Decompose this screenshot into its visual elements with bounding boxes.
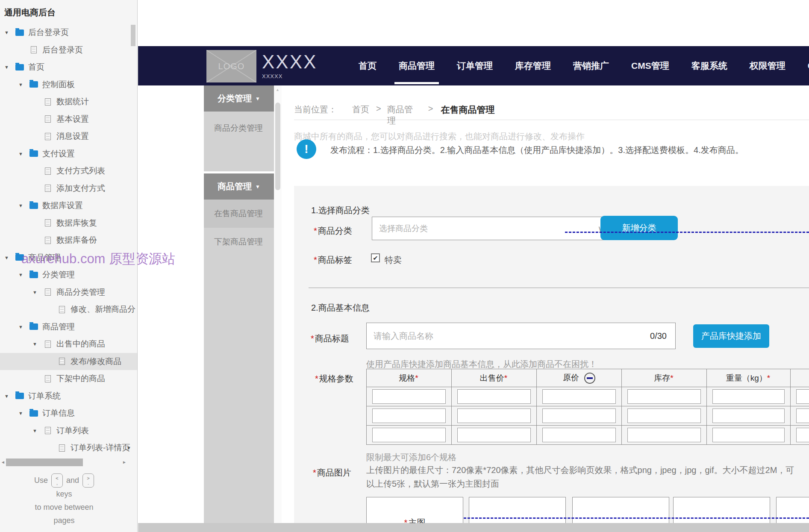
topnav-item[interactable]: 库存管理 [504,46,562,85]
sitemap-item[interactable]: ▼ 订单列表 [0,422,137,440]
topnav-item[interactable]: 权限管理 [738,46,797,85]
spec-cell-input[interactable] [457,428,531,442]
sitemap-item[interactable]: ▼ 商品分类管理 [0,284,137,301]
sitemap-item[interactable]: ▼ 数据库备份 [0,232,137,249]
spec-column-header: 重量（kg）* [707,369,791,387]
scrollbar-thumb[interactable] [6,459,83,466]
sitemap-item[interactable]: ▼ 后台登录页 [0,41,137,59]
remove-column-icon[interactable] [584,373,595,384]
spec-cell-input[interactable] [372,428,446,442]
expand-caret-icon[interactable]: ▼ [18,411,29,416]
expand-caret-icon[interactable]: ▼ [4,30,15,35]
scrollbar-thumb[interactable] [275,103,280,190]
sitemap-item[interactable]: ▼ 支付设置 [0,145,137,163]
sitemap-item[interactable]: ▼ 数据库恢复 [0,215,137,232]
image-upload-box[interactable] [776,497,809,523]
expand-caret-icon[interactable]: ▼ [18,203,29,208]
spec-cell-input[interactable] [542,389,616,404]
sitemap-item[interactable]: ▼ 分类管理 [0,266,137,284]
product-title-label: *商品标题 [311,333,349,344]
topnav-item[interactable]: 订单管理 [446,46,504,85]
spec-cell-input[interactable] [627,409,701,423]
breadcrumb-current: 在售商品管理 [441,104,494,116]
breadcrumb-category[interactable]: 商品管理 [387,104,416,126]
sitemap-item[interactable]: ▼ 订单信息 [0,405,137,422]
topnav-item[interactable]: CMS管理 [620,46,680,85]
image-upload-box[interactable] [673,497,770,523]
sitemap-item[interactable]: ▼ 消息设置 [0,128,137,145]
sitemap-item[interactable]: ▼ 基本设置 [0,111,137,128]
expand-caret-icon[interactable]: ▼ [4,65,15,70]
sitemap-horizontal-scrollbar[interactable]: ◄ ► [0,459,128,466]
expand-caret-icon[interactable]: ▼ [18,151,29,156]
spec-cell-input[interactable] [372,389,446,404]
sitemap-item[interactable]: ▼ 修改、新增商品分 [0,301,137,318]
spec-cell-input[interactable] [627,389,701,404]
sitemap-item[interactable]: ▼ 下架中的商品 [0,370,137,388]
subnav-scrollbar[interactable]: ▲ [274,85,282,523]
sitemap-item[interactable]: ▼ 发布/修改商品 [0,353,137,370]
tag-checkbox-label[interactable]: 特卖 [385,254,402,266]
sitemap-item[interactable]: ▼ 添加支付方式 [0,180,137,197]
subnav-item[interactable]: 商品分类管理 [204,112,274,145]
subnav-item[interactable]: 下架商品管理 [204,228,274,256]
sitemap-item[interactable]: ▼ 后台登录页 [0,24,137,41]
expand-caret-icon[interactable]: ▼ [4,255,15,260]
spec-cell-input[interactable] [712,409,785,423]
page-icon [45,185,51,192]
expand-caret-icon[interactable]: ▼ [18,324,29,329]
topnav-item[interactable]: 客服系统 [680,46,738,85]
category-select[interactable]: 选择商品分类 ∨ [372,217,611,240]
breadcrumb-home[interactable]: 首页 [352,104,369,115]
topnav-item[interactable]: 营销推广 [562,46,620,85]
spec-table: 规格* 出售价* 原价 库存* 重量（kg）* [366,369,809,445]
item-caret-icon[interactable]: ▼ [126,445,131,450]
spec-cell-input[interactable] [712,389,785,404]
tag-checkbox[interactable]: ✔ [371,253,380,262]
expand-caret-icon[interactable]: ▼ [32,341,44,347]
sitemap-tree: ▼ 后台登录页 ▼ 后台登录页 ▼ 首页 ▼ 控制面板 ▼ 数据统计 ▼ 基本设… [0,24,137,457]
spec-cell-input[interactable] [372,409,446,423]
scroll-right-icon[interactable]: ► [122,460,126,464]
sitemap-item[interactable]: ▼ 商品管理 [0,249,137,267]
subnav-group-header[interactable]: 商品管理 ▼ [204,173,274,200]
spec-cell-input[interactable] [712,428,785,442]
quick-add-button[interactable]: 产品库快捷添加 [693,324,769,348]
spec-cell-input[interactable] [796,428,809,442]
spec-cell-input[interactable] [542,428,616,442]
spec-cell-input[interactable] [457,409,531,423]
spec-cell-input[interactable] [627,428,701,442]
image-upload-box[interactable] [572,497,669,523]
expand-caret-icon[interactable]: ▼ [18,272,29,277]
spec-cell-input[interactable] [796,409,809,423]
sitemap-item[interactable]: ▼ 数据库设置 [0,197,137,215]
scroll-up-icon[interactable]: ▲ [276,88,279,92]
topnav-item[interactable]: 商品管理 [388,46,446,85]
spec-cell-input[interactable] [796,389,809,404]
sitemap-item[interactable]: ▼ 首页 [0,59,137,76]
sitemap-item[interactable]: ▼ 订单系统 [0,388,137,405]
sitemap-item[interactable]: ▼ 商品管理 [0,318,137,336]
spec-cell-input[interactable] [542,409,616,423]
sitemap-item[interactable]: ▼ 数据统计 [0,93,137,111]
subnav-item[interactable]: 在售商品管理 [204,200,274,228]
add-category-button[interactable]: 新增分类 [600,216,678,240]
topnav-item[interactable]: C [797,46,809,85]
sitemap-item[interactable]: ▼ 支付方式列表 [0,162,137,180]
image-upload-box[interactable]: *主图 [366,497,463,523]
sitemap-item[interactable]: ▼ 订单列表-详情页 ▼ [0,439,137,457]
product-title-input[interactable]: 请输入商品名称 0/30 [366,323,676,349]
expand-caret-icon[interactable]: ▼ [4,394,15,399]
subnav-group-header[interactable]: 分类管理 ▼ [204,85,274,112]
sitemap-vertical-scrollbar-thumb[interactable] [131,25,135,46]
expand-caret-icon[interactable]: ▼ [32,290,44,295]
sitemap-item[interactable]: ▼ 出售中的商品 [0,335,137,353]
bottom-horizontal-scrollbar[interactable] [138,523,809,532]
expand-caret-icon[interactable]: ▼ [32,428,44,433]
sitemap-item[interactable]: ▼ 控制面板 [0,76,137,94]
image-upload-box[interactable] [469,497,566,523]
topnav-item[interactable]: 首页 [347,46,388,85]
spec-cell-input[interactable] [457,389,531,404]
expand-caret-icon[interactable]: ▼ [18,82,29,87]
scroll-left-icon[interactable]: ◄ [1,460,5,464]
